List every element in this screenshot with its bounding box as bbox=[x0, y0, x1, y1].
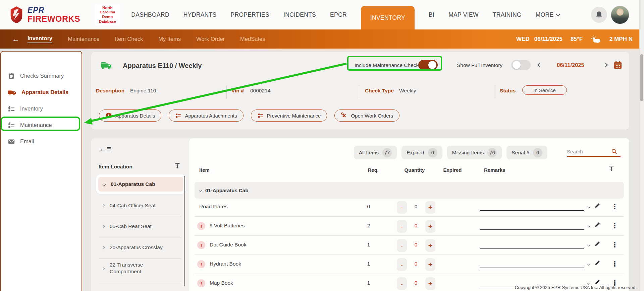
tree-item-cab-officer-seat[interactable]: 04-Cab Officer Seat bbox=[97, 203, 184, 209]
item-name: Hydrant Book bbox=[210, 261, 241, 267]
edit-pencil-icon[interactable] bbox=[594, 279, 601, 285]
nav-bi[interactable]: BI bbox=[429, 11, 434, 18]
nav-more[interactable]: MORE bbox=[536, 11, 560, 18]
group-row-apparatus-cab[interactable]: 01-Apparatus Cab bbox=[195, 182, 624, 199]
sidebar-item-inventory[interactable]: Inventory bbox=[1, 100, 82, 117]
decrement-button[interactable]: - bbox=[397, 258, 407, 271]
nav-training[interactable]: TRAINING bbox=[493, 11, 522, 18]
nav-hydrants[interactable]: HYDRANTS bbox=[183, 11, 217, 18]
bell-icon bbox=[595, 10, 603, 19]
increment-button[interactable]: + bbox=[425, 277, 435, 290]
remarks-dropdown-icon[interactable] bbox=[587, 263, 591, 266]
tab-missing-items[interactable]: Missing Items 76 bbox=[447, 146, 502, 159]
items-table-panel: All Items 77 Expired 0 Missing Items 76 … bbox=[189, 138, 629, 291]
tab-all-items[interactable]: All Items 77 bbox=[354, 146, 397, 159]
tree-item-transverse-compartment[interactable]: 22-Transverse Compartment bbox=[97, 262, 170, 275]
expand-all-rows-icon[interactable] bbox=[608, 165, 615, 172]
remarks-input[interactable] bbox=[480, 221, 584, 230]
decrement-button[interactable]: - bbox=[397, 220, 407, 233]
column-header-expired: Expired bbox=[441, 167, 464, 173]
tree-item-apparatus-crosslay[interactable]: 20-Apparatus Crosslay bbox=[97, 244, 184, 250]
remarks-input[interactable] bbox=[480, 240, 584, 249]
envelope-icon bbox=[8, 138, 15, 145]
sidebar-item-apparatus-details[interactable]: Apparatus Details bbox=[1, 84, 82, 100]
subnav-maintenance[interactable]: Maintenance bbox=[68, 36, 99, 42]
show-full-inventory-toggle[interactable] bbox=[511, 60, 531, 70]
tree-scrollbar[interactable] bbox=[184, 176, 185, 286]
remarks-input[interactable] bbox=[480, 259, 584, 268]
nav-incidents[interactable]: INCIDENTS bbox=[283, 11, 316, 18]
decrement-button[interactable]: - bbox=[397, 277, 407, 290]
count-badge: 76 bbox=[487, 148, 497, 157]
subnav-item-check[interactable]: Item Check bbox=[115, 36, 143, 42]
search-input[interactable] bbox=[567, 149, 611, 154]
selected-date[interactable]: 06/11/2025 bbox=[557, 62, 584, 68]
missing-warning-icon: ! bbox=[197, 260, 205, 268]
search-icon[interactable] bbox=[611, 148, 617, 154]
back-arrow-icon[interactable]: ← bbox=[12, 35, 19, 43]
edit-pencil-icon[interactable] bbox=[594, 221, 601, 228]
include-maintenance-toggle[interactable] bbox=[418, 60, 438, 70]
row-menu-icon[interactable]: ⋮ bbox=[611, 260, 618, 268]
increment-button[interactable]: + bbox=[425, 201, 435, 214]
nav-inventory[interactable]: INVENTORY bbox=[361, 6, 415, 29]
expand-all-icon[interactable] bbox=[174, 162, 181, 170]
increment-button[interactable]: + bbox=[425, 239, 435, 252]
list-icon bbox=[175, 113, 181, 119]
preventive-maintenance-button[interactable]: Preventive Maintenance bbox=[251, 110, 327, 122]
decrement-button[interactable]: - bbox=[397, 239, 407, 252]
subnav-medsafes[interactable]: MedSafes bbox=[240, 36, 265, 42]
tree-item-apparatus-cab[interactable]: 01-Apparatus Cab bbox=[96, 174, 186, 194]
tab-serial[interactable]: Serial # 0 bbox=[506, 146, 547, 159]
decrement-button[interactable]: - bbox=[397, 201, 407, 214]
apparatus-attachments-button[interactable]: Apparatus Attachments bbox=[169, 110, 243, 122]
chevron-right-icon bbox=[102, 267, 105, 270]
page-title: Apparatus E110 / Weekly bbox=[123, 62, 202, 70]
nav-map-view[interactable]: MAP VIEW bbox=[448, 11, 479, 18]
current-date: WED 06/11/2025 bbox=[516, 36, 562, 43]
tree-item-cab-rear-seat[interactable]: 05-Cab Rear Seat bbox=[97, 223, 184, 229]
subnav-my-items[interactable]: My Items bbox=[158, 36, 181, 42]
previous-date-button[interactable] bbox=[537, 63, 542, 67]
row-menu-icon[interactable]: ⋮ bbox=[611, 202, 618, 211]
column-header-quantity: Quantity bbox=[402, 167, 427, 173]
increment-button[interactable]: + bbox=[425, 220, 435, 233]
description-label: Description bbox=[96, 88, 124, 94]
next-date-button[interactable] bbox=[603, 63, 608, 67]
item-name: Dot Guide Book bbox=[210, 242, 246, 248]
edit-pencil-icon[interactable] bbox=[594, 260, 601, 266]
user-avatar[interactable] bbox=[611, 6, 629, 24]
edit-pencil-icon[interactable] bbox=[594, 202, 601, 209]
epr-fireworks-logo[interactable]: EPR FIREWORKS bbox=[9, 6, 80, 23]
sidebar-item-maintenance[interactable]: Maintenance bbox=[1, 117, 82, 133]
nav-epcr[interactable]: EPCR bbox=[330, 11, 347, 18]
quantity-value: 0 bbox=[409, 223, 423, 229]
page-scrollbar-thumb[interactable] bbox=[640, 54, 643, 101]
remarks-dropdown-icon[interactable] bbox=[587, 282, 591, 285]
status-badge[interactable]: In Service bbox=[522, 85, 567, 95]
apparatus-details-button[interactable]: Apparatus Details bbox=[99, 110, 161, 122]
sidebar-item-email[interactable]: Email bbox=[1, 133, 82, 150]
subnav-work-order[interactable]: Work Order bbox=[196, 36, 225, 42]
sidebar-item-checks-summary[interactable]: Checks Summary bbox=[1, 68, 82, 84]
remarks-dropdown-icon[interactable] bbox=[587, 205, 591, 209]
open-work-orders-button[interactable]: Open Work Orders bbox=[334, 110, 399, 122]
notifications-button[interactable] bbox=[591, 7, 607, 23]
subnav-inventory[interactable]: Inventory bbox=[28, 35, 52, 43]
chevron-right-icon bbox=[102, 204, 105, 207]
wind-speed: 2 MPH N bbox=[609, 36, 633, 43]
nav-properties[interactable]: PROPERTIES bbox=[231, 11, 270, 18]
nav-dashboard[interactable]: DASHBOARD bbox=[131, 11, 169, 18]
tab-expired[interactable]: Expired 0 bbox=[401, 146, 442, 159]
increment-button[interactable]: + bbox=[425, 258, 435, 271]
edit-pencil-icon[interactable] bbox=[594, 240, 601, 247]
quantity-value: 0 bbox=[409, 242, 423, 248]
row-menu-icon[interactable]: ⋮ bbox=[611, 221, 618, 230]
row-menu-icon[interactable]: ⋮ bbox=[611, 240, 618, 249]
collapse-tree-icon[interactable]: ←≡ bbox=[99, 145, 111, 153]
page-scrollbar[interactable] bbox=[639, 0, 644, 291]
remarks-dropdown-icon[interactable] bbox=[587, 243, 591, 247]
remarks-dropdown-icon[interactable] bbox=[587, 224, 591, 228]
calendar-icon[interactable] bbox=[613, 61, 623, 70]
remarks-input[interactable] bbox=[480, 202, 584, 211]
